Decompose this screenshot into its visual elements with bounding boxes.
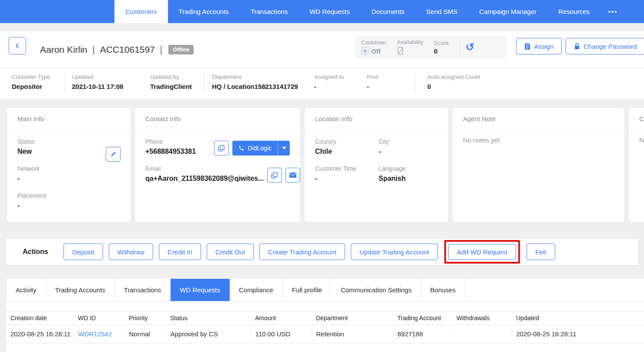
nav-more-icon[interactable]: ••• — [600, 0, 626, 23]
phone-label: Phone — [145, 138, 196, 145]
meta-label: Pool — [367, 74, 378, 80]
cell-creation-date: 2020-08-25 16:28:11 — [6, 325, 74, 343]
customer-time-label: Customer Time — [315, 165, 374, 172]
withdraw-button[interactable]: Withdraw — [109, 244, 154, 260]
edit-status-button[interactable] — [106, 147, 121, 162]
red-highlight-box: Add WD Request — [444, 240, 520, 264]
credit-in-button[interactable]: Credit In — [159, 244, 201, 260]
table-header-row: Creation date WD ID Priority Status Amou… — [6, 311, 644, 325]
meta-customer-type: Customer Type Depositor — [12, 74, 50, 90]
meta-auto-assigned-count: Auto-assigned Count 0 — [427, 74, 480, 90]
col-department[interactable]: Department — [312, 311, 393, 325]
col-status[interactable]: Status — [166, 311, 251, 325]
wd-id-link[interactable]: WDR12542 — [78, 330, 112, 338]
update-trading-account-button[interactable]: Update Trading Account — [351, 244, 438, 260]
tab-wd-requests[interactable]: WD Requests — [171, 279, 230, 301]
meta-label: Customer Type — [12, 74, 50, 80]
network-label: Network — [17, 165, 121, 172]
send-email-button[interactable] — [285, 168, 300, 183]
meta-value: 0 — [427, 83, 480, 90]
country-value: Chile — [315, 148, 374, 156]
meta-label: Updated — [72, 74, 123, 80]
back-button[interactable] — [9, 37, 26, 54]
envelope-icon — [289, 172, 297, 178]
meta-assigned-to: Assigned to - — [314, 74, 344, 90]
title-separator: | — [160, 45, 162, 55]
deposit-button[interactable]: Deposit — [64, 244, 103, 260]
history-icon[interactable]: ↺ — [466, 42, 474, 52]
change-password-button[interactable]: Change Password — [566, 38, 644, 54]
col-trading-account[interactable]: Trading Account — [393, 311, 452, 325]
customer-header: Aaron Kirlin | ACC1061597 | Offline Cool… — [0, 31, 644, 68]
phone-slash-icon — [397, 47, 404, 55]
cell-department: Retention — [312, 325, 393, 343]
didlogic-dropdown-button[interactable] — [278, 141, 290, 156]
copy-icon — [218, 145, 225, 152]
add-wd-request-button[interactable]: Add WD Request — [448, 244, 516, 260]
col-wd-id[interactable]: WD ID — [74, 311, 124, 325]
credit-out-button[interactable]: Credit Out — [207, 244, 254, 260]
customer-time-value: - — [315, 175, 374, 183]
availability-label: Availability — [397, 39, 423, 45]
email-value: qa+Aaron_211598362089@qiwites... — [145, 175, 264, 183]
nav-item-documents[interactable]: Documents — [361, 0, 416, 23]
card-title: Agent Note — [453, 108, 624, 129]
tab-transactions[interactable]: Transactions — [115, 279, 171, 301]
tab-activity[interactable]: Activity — [6, 279, 46, 301]
main-info-card: Main Info Status New Network - Placement… — [7, 108, 131, 222]
meta-value: TradingClient — [150, 83, 192, 90]
location-info-card: Location Info Country Chile City - Custo… — [305, 108, 448, 222]
meta-updated-by: Updated by TradingClient — [150, 74, 192, 90]
copy-icon — [271, 172, 278, 179]
meta-value: - — [314, 83, 344, 90]
network-value: - — [17, 175, 121, 183]
nav-item-customers[interactable]: Customers — [114, 0, 168, 23]
agent-note-card: Agent Note No notes yet — [453, 108, 624, 222]
col-priority[interactable]: Priority — [124, 311, 166, 325]
nav-item-transactions[interactable]: Transactions — [240, 0, 299, 23]
nav-item-send-sms[interactable]: Send SMS — [416, 0, 469, 23]
cell-amount: 110.00 USD — [251, 325, 312, 343]
col-updated[interactable]: Updated — [512, 311, 644, 325]
col-amount[interactable]: Amount — [251, 311, 312, 325]
didlogic-label: DidLogic — [248, 145, 272, 152]
fee-button[interactable]: Fee — [527, 244, 555, 260]
table-row[interactable]: 2020-08-25 16:28:11 WDR12542 Normal Appr… — [6, 325, 644, 343]
tab-communication-settings[interactable]: Communication Settings — [332, 279, 421, 301]
card-title: Location Info — [305, 108, 448, 129]
cooldown-label: Cooldown — [361, 39, 386, 46]
col-creation-date[interactable]: Creation date — [6, 311, 74, 325]
didlogic-call-button[interactable]: DidLogic — [232, 141, 290, 156]
copy-email-button[interactable] — [267, 168, 282, 183]
nav-item-trading-accounts[interactable]: Trading Accounts — [168, 0, 240, 23]
stats-divider — [460, 39, 460, 55]
tab-compliance[interactable]: Compliance — [230, 279, 283, 301]
score-label: Score — [434, 40, 449, 46]
nav-item-wd-requests[interactable]: WD Requests — [299, 0, 361, 23]
placement-label: Placement — [17, 192, 121, 199]
card-title: Main Info — [7, 108, 131, 129]
meta-pool: Pool - — [367, 74, 378, 90]
create-trading-account-button[interactable]: Create Trading Account — [259, 244, 345, 260]
detail-tabs: Activity Trading Accounts Transactions W… — [6, 279, 644, 301]
cooldown-stat: Cooldown ❄ Off — [361, 39, 386, 55]
country-label: Country — [315, 138, 374, 145]
lock-icon — [574, 43, 580, 50]
nav-item-resources[interactable]: Resources — [547, 0, 600, 23]
assign-button[interactable]: Assign — [516, 38, 562, 54]
top-navbar: Customers Trading Accounts Transactions … — [0, 0, 644, 23]
language-value: Spanish — [379, 175, 438, 183]
col-withdrawals[interactable]: Withdrawals — [452, 311, 512, 325]
snowflake-icon: ❄ — [361, 47, 369, 55]
copy-phone-button[interactable] — [214, 141, 229, 156]
customer-meta-bar: Customer Type Depositor Updated 2021-10-… — [0, 68, 644, 99]
tab-bonuses[interactable]: Bonuses — [421, 279, 465, 301]
meta-label: Auto-assigned Count — [427, 74, 480, 80]
nav-item-campaign-manager[interactable]: Campaign Manager — [468, 0, 547, 23]
city-label: City — [379, 138, 438, 145]
tab-full-profile[interactable]: Full profile — [283, 279, 332, 301]
meta-updated: Updated 2021-10-11 17:08 — [72, 74, 123, 90]
meta-label: Updated by — [150, 74, 192, 80]
card-title: Contact Info — [135, 108, 300, 129]
tab-trading-accounts[interactable]: Trading Accounts — [46, 279, 115, 301]
